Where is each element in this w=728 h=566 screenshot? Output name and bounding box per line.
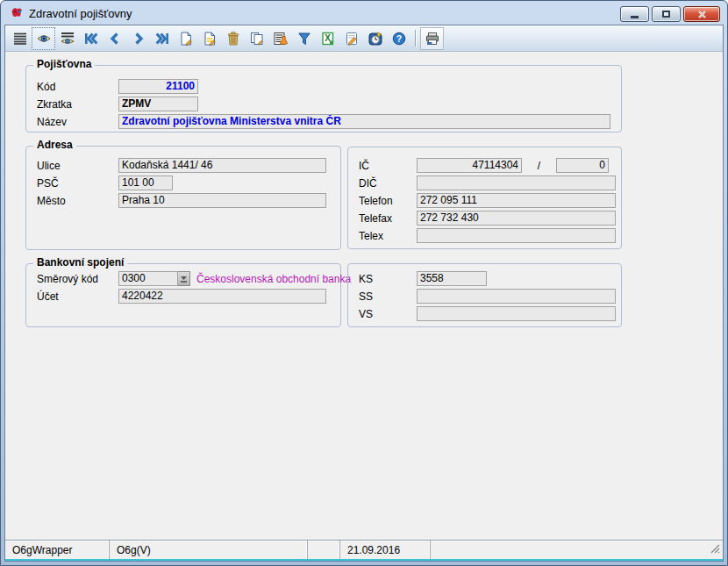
detail-view-eye-icon xyxy=(37,32,51,46)
window-body: X xyxy=(4,25,724,562)
summary-view-eye-icon xyxy=(61,32,75,46)
row-zkratka: Zkratka ZPMV xyxy=(37,97,198,111)
zkratka-field[interactable]: ZPMV xyxy=(118,97,198,111)
print-button[interactable] xyxy=(420,27,444,50)
nazev-field[interactable]: Zdravotní pojišťovna Ministerstva vnitra… xyxy=(118,114,610,129)
row-psc: PSČ 101 00 xyxy=(37,176,173,190)
form-area: Pojišťovna Kód 21100 Zkratka ZPMV Název … xyxy=(5,52,723,540)
smerovy-kod-label: Směrový kód xyxy=(37,273,118,285)
ic-separator: / xyxy=(522,160,556,172)
row-dic: DIČ xyxy=(359,176,616,190)
next-record-icon xyxy=(132,32,146,46)
row-ks: KS 3558 xyxy=(359,271,487,286)
resize-grip-icon[interactable] xyxy=(710,543,721,557)
psc-label: PSČ xyxy=(37,177,118,190)
copy-record-icon xyxy=(250,32,264,46)
telefax-label: Telefax xyxy=(359,212,417,225)
psc-field[interactable]: 101 00 xyxy=(118,176,173,190)
maximize-button[interactable] xyxy=(652,6,681,22)
copy-record-button[interactable] xyxy=(245,27,268,50)
edit-record-button[interactable] xyxy=(197,27,221,50)
row-ic: IČ 47114304 / 0 xyxy=(359,158,609,173)
minimize-button[interactable] xyxy=(620,6,649,22)
kod-field[interactable]: 21100 xyxy=(118,79,198,94)
previous-record-icon xyxy=(108,32,122,46)
filter-icon xyxy=(297,32,311,46)
help-icon: ? xyxy=(392,32,406,46)
bank-name-text: Československá obchodní banka xyxy=(196,273,351,285)
status-app-cell: O6gWrapper xyxy=(5,541,110,559)
telefon-field[interactable]: 272 095 111 xyxy=(417,193,616,208)
status-bar: O6gWrapper O6g(V) 21.09.2016 xyxy=(5,540,723,559)
group-adresa: Adresa Ulice Kodaňská 1441/ 46 PSČ 101 0… xyxy=(25,146,341,250)
status-date-cell: 21.09.2016 xyxy=(340,541,431,559)
smerovy-kod-field[interactable]: 0300 xyxy=(118,271,178,286)
zkratka-label: Zkratka xyxy=(37,98,118,111)
last-record-icon xyxy=(155,32,169,46)
row-vs: VS xyxy=(359,306,616,321)
browse-icon xyxy=(13,32,27,46)
delete-record-trash-icon xyxy=(226,32,240,46)
telefax-field[interactable]: 272 732 430 xyxy=(417,211,616,226)
window-title: Zdravotní pojišťovny xyxy=(29,7,132,20)
row-mesto: Město Praha 10 xyxy=(37,193,326,208)
title-bar[interactable]: Zdravotní pojišťovny xyxy=(4,3,724,25)
ulice-field[interactable]: Kodaňská 1441/ 46 xyxy=(118,158,326,173)
telex-field[interactable] xyxy=(417,228,616,243)
close-icon xyxy=(697,10,707,19)
first-record-icon xyxy=(84,32,98,46)
next-record-button[interactable] xyxy=(126,27,150,50)
group-banka: Bankovní spojení Směrový kód 0300 Českos… xyxy=(25,263,341,327)
detail-view-button[interactable] xyxy=(32,27,55,50)
vs-label: VS xyxy=(359,308,417,320)
batch-update-button[interactable] xyxy=(268,27,292,50)
smerovy-kod-lov-button[interactable] xyxy=(178,271,190,286)
window-controls xyxy=(620,5,720,22)
row-smerovy-kod: Směrový kód 0300 Československá obchodní… xyxy=(37,271,351,286)
group-pojistovna: Pojišťovna Kód 21100 Zkratka ZPMV Název … xyxy=(25,65,622,133)
dropdown-arrow-icon xyxy=(180,275,188,283)
telex-label: Telex xyxy=(359,230,417,242)
print-icon xyxy=(425,32,439,46)
last-record-button[interactable] xyxy=(150,27,174,50)
browse-button[interactable] xyxy=(8,27,32,50)
filter-button[interactable] xyxy=(292,27,316,50)
group-symboly: KS 3558 SS VS xyxy=(347,263,622,327)
new-record-button[interactable] xyxy=(174,27,197,50)
ic-field[interactable]: 47114304 xyxy=(417,158,522,173)
row-nazev: Název Zdravotní pojišťovna Ministerstva … xyxy=(37,114,610,129)
export-excel-button[interactable]: X xyxy=(316,27,339,50)
delete-record-button[interactable] xyxy=(221,27,245,50)
nazev-label: Název xyxy=(37,116,118,128)
history-button[interactable] xyxy=(363,27,387,50)
app-icon xyxy=(10,5,24,23)
summary-view-button[interactable] xyxy=(55,27,79,50)
ss-label: SS xyxy=(359,290,417,303)
ks-label: KS xyxy=(359,273,417,285)
ucet-field[interactable]: 4220422 xyxy=(118,289,326,304)
row-kod: Kód 21100 xyxy=(37,79,198,94)
vs-field[interactable] xyxy=(417,306,616,321)
dic-field[interactable] xyxy=(417,176,616,190)
status-empty-cell xyxy=(308,541,340,559)
batch-update-icon xyxy=(274,32,288,46)
ks-field[interactable]: 3558 xyxy=(417,271,487,286)
help-button[interactable]: ? xyxy=(387,27,410,50)
ic-suffix-field[interactable]: 0 xyxy=(556,158,609,173)
close-button[interactable] xyxy=(683,6,720,22)
application-window: Zdravotní pojišťovny xyxy=(0,0,728,566)
mesto-field[interactable]: Praha 10 xyxy=(118,193,326,208)
toolbar-separator xyxy=(415,30,416,47)
minimize-icon xyxy=(631,16,639,18)
export-excel-icon: X xyxy=(321,32,335,46)
row-ss: SS xyxy=(359,289,616,304)
group-kontakt: IČ 47114304 / 0 DIČ Telefon 272 095 111 … xyxy=(347,147,622,249)
ss-field[interactable] xyxy=(417,289,616,304)
first-record-button[interactable] xyxy=(79,27,103,50)
previous-record-button[interactable] xyxy=(103,27,126,50)
notes-icon xyxy=(345,32,359,46)
bottom-accent-line xyxy=(5,559,723,561)
notes-button[interactable] xyxy=(339,27,363,50)
toolbar: X xyxy=(5,25,723,52)
group-banka-title: Bankovní spojení xyxy=(33,256,127,269)
